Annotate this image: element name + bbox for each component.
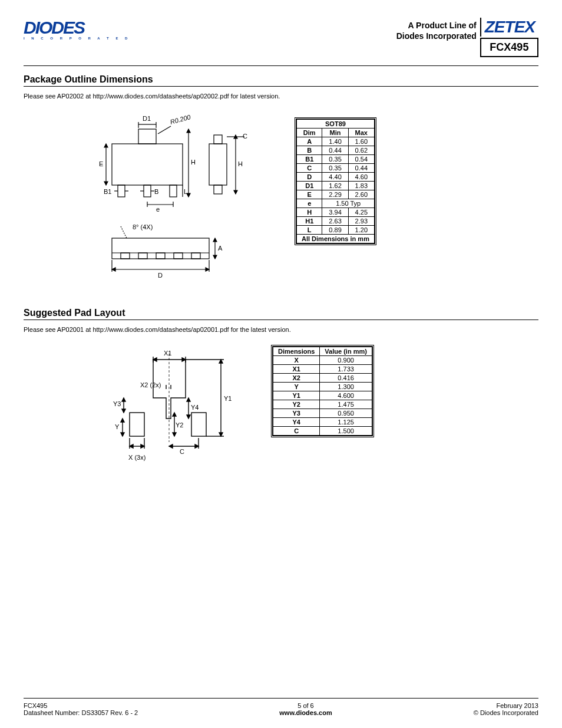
lbl-y: Y (115, 423, 120, 430)
svg-line-23 (158, 126, 171, 134)
svg-rect-30 (174, 253, 183, 259)
footer-copy: © Diodes Incorporated (474, 709, 538, 716)
table-row: D11.621.83 (297, 182, 375, 190)
header-rule (24, 65, 538, 66)
lbl-a: A (218, 245, 223, 252)
footer-part: FCX495 (24, 702, 138, 709)
lbl-x: X (3x) (128, 454, 146, 461)
tbl2-h1: Value (in mm) (320, 347, 372, 356)
table-row: C0.350.44 (297, 164, 375, 173)
lbl-y3: Y3 (113, 400, 121, 407)
header-right: A Product Line of Diodes Incorporated ZE… (396, 18, 538, 57)
svg-rect-3 (144, 185, 151, 197)
outline-content: D1 R0.200 C E H H B1 B L e 8° (4X) A D (24, 111, 538, 284)
logo-text: DIODES (24, 18, 130, 38)
svg-rect-36 (130, 413, 144, 436)
svg-rect-27 (121, 253, 130, 259)
lbl-y2: Y2 (176, 421, 183, 429)
svg-rect-18 (209, 144, 227, 185)
section-title-pad: Suggested Pad Layout (24, 308, 538, 320)
table-row: L0.891.20 (297, 226, 375, 235)
footer-dsnum: Datasheet Number: DS33057 Rev. 6 - 2 (24, 709, 138, 716)
lbl-b: B (154, 188, 158, 195)
tbl2-h0: Dimensions (273, 347, 320, 356)
table-row: X0.900 (273, 356, 372, 365)
svg-rect-1 (138, 129, 156, 144)
svg-rect-25 (112, 238, 209, 259)
outline-diagram: D1 R0.200 C E H H B1 B L e 8° (4X) A D (88, 111, 259, 284)
lbl-e-cap: E (99, 160, 103, 167)
lbl-x1: X1 (164, 350, 171, 357)
table-row: B0.440.62 (297, 146, 375, 155)
pad-note: Please see AP02001 at http://www.diodes.… (24, 326, 538, 333)
table-row: A1.401.60 (297, 137, 375, 146)
footer-page: 5 of 6 (279, 702, 332, 709)
table-row: Y21.475 (273, 400, 372, 409)
product-line-2: Diodes Incorporated (396, 31, 477, 41)
part-number-box: FCX495 (480, 38, 538, 57)
section-title-outline: Package Outline Dimensions (24, 74, 538, 87)
zetex-logo: ZETEX (480, 18, 538, 37)
table-row: Y30.950 (273, 409, 372, 418)
table-row: Y1.300 (273, 383, 372, 391)
svg-rect-37 (191, 413, 206, 436)
table-row: D4.404.60 (297, 173, 375, 182)
table-footer: All Dimensions in mm (297, 235, 375, 243)
lbl-l: L (184, 188, 187, 195)
table-row: H3.944.25 (297, 208, 375, 217)
svg-rect-19 (214, 135, 222, 144)
svg-rect-31 (191, 253, 200, 259)
pad-content: X1 X2 (2x) Y1 Y3 Y4 Y2 Y C X (3x) Dimens… (24, 345, 538, 476)
table-row: C1.500 (273, 427, 372, 436)
lbl-e: e (156, 206, 160, 213)
page-footer: FCX495 Datasheet Number: DS33057 Rev. 6 … (24, 698, 538, 716)
table-row: H12.632.93 (297, 217, 375, 226)
tbl1-h0: Dim (297, 129, 322, 137)
lbl-h2: H (238, 160, 243, 167)
tbl1-title: SOT89 (297, 120, 375, 129)
lbl-c2: C (180, 448, 184, 455)
lbl-c: C (243, 133, 247, 140)
svg-rect-20 (214, 185, 222, 194)
lbl-h: H (191, 159, 196, 166)
lbl-y4: Y4 (191, 404, 199, 411)
footer-url: www.diodes.com (279, 709, 332, 716)
tbl1-h1: Min (322, 129, 348, 137)
pad-table: Dimensions Value (in mm) X0.900X11.733X2… (271, 345, 374, 437)
table-row: X20.416 (273, 374, 372, 383)
svg-rect-2 (118, 185, 125, 197)
table-row: B10.350.54 (297, 155, 375, 164)
page-header: DIODES I N C O R P O R A T E D A Product… (24, 18, 538, 57)
lbl-r: R0.200 (169, 113, 191, 126)
svg-rect-4 (170, 185, 177, 197)
table-row: e1.50 Typ (297, 199, 375, 208)
lbl-y1: Y1 (224, 395, 232, 402)
table-row: Y41.125 (273, 418, 372, 427)
outline-table: SOT89 Dim Min Max A1.401.60B0.440.62B10.… (295, 117, 376, 245)
tbl1-h2: Max (348, 129, 374, 137)
pad-diagram: X1 X2 (2x) Y1 Y3 Y4 Y2 Y C X (3x) (100, 345, 236, 476)
svg-rect-28 (138, 253, 147, 259)
lbl-x2: X2 (2x) (140, 381, 161, 388)
outline-note: Please see AP02002 at http://www.diodes.… (24, 93, 538, 100)
table-row: E2.292.60 (297, 190, 375, 199)
svg-rect-0 (112, 144, 183, 185)
svg-line-24 (121, 226, 127, 238)
table-row: X11.733 (273, 365, 372, 374)
logo-subtext: I N C O R P O R A T E D (24, 37, 130, 40)
lbl-d1: D1 (143, 115, 151, 122)
product-line-1: A Product Line of (396, 20, 477, 31)
lbl-d: D (158, 272, 163, 279)
lbl-b1: B1 (104, 188, 111, 195)
svg-rect-29 (156, 253, 165, 259)
footer-date: February 2013 (474, 702, 538, 709)
table-row: Y14.600 (273, 391, 372, 400)
lbl-angle: 8° (4X) (133, 223, 153, 230)
diodes-logo: DIODES I N C O R P O R A T E D (24, 18, 130, 40)
